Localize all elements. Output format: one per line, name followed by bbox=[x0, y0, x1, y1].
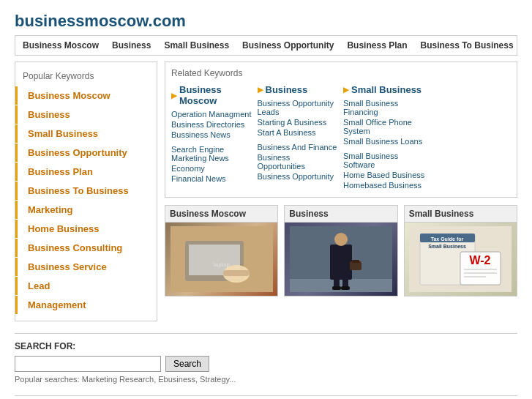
svg-text:Small Business: Small Business bbox=[428, 244, 466, 249]
svg-text:laptop: laptop bbox=[214, 261, 230, 268]
rk-link[interactable]: Small Office Phone System bbox=[343, 118, 425, 135]
rk-link[interactable]: Home Based Business bbox=[343, 171, 425, 179]
svg-rect-7 bbox=[290, 279, 392, 292]
rk-link[interactable]: Starting A Business bbox=[258, 118, 340, 127]
search-row: Search bbox=[15, 356, 517, 372]
search-popular-text: Popular searches: Marketing Research, Eb… bbox=[15, 375, 517, 384]
related-keywords-section: Related Keywords Business Moscow Operati… bbox=[165, 61, 517, 198]
sidebar-item-business-moscow[interactable]: Business Moscow bbox=[15, 86, 157, 105]
small-business-image: Tax Guide for Small Business W-2 bbox=[409, 226, 512, 292]
svg-rect-11 bbox=[352, 260, 359, 263]
business-image bbox=[290, 226, 392, 292]
svg-rect-4 bbox=[223, 270, 250, 276]
svg-text:W-2: W-2 bbox=[470, 254, 491, 266]
related-keywords-grid: Business Moscow Operation Managment Busi… bbox=[171, 84, 511, 191]
sidebar-item-business-to-business[interactable]: Business To Business bbox=[15, 182, 157, 200]
sidebar-item-marketing[interactable]: Marketing bbox=[15, 201, 157, 219]
rk-link[interactable]: Operation Managment bbox=[171, 110, 253, 119]
sidebar-item-lead[interactable]: Lead bbox=[15, 277, 157, 295]
search-button[interactable]: Search bbox=[165, 356, 209, 372]
rk-header-business-moscow: Business Moscow bbox=[171, 84, 253, 106]
rk-link[interactable]: Business Opportunity bbox=[258, 172, 340, 181]
svg-point-9 bbox=[334, 233, 348, 246]
img-card-title-business: Business bbox=[285, 206, 397, 223]
search-section: SEARCH FOR: Search Popular searches: Mar… bbox=[15, 333, 517, 384]
svg-rect-15 bbox=[341, 286, 350, 290]
svg-rect-23 bbox=[464, 269, 497, 270]
rk-link[interactable]: Business Directories bbox=[171, 120, 253, 129]
sidebar-item-business-consulting[interactable]: Business Consulting bbox=[15, 239, 157, 257]
business-moscow-image: laptop bbox=[171, 226, 273, 292]
sidebar-item-business[interactable]: Business bbox=[15, 105, 157, 124]
rk-link[interactable]: Business Opportunities bbox=[258, 153, 340, 171]
content-area: Related Keywords Business Moscow Operati… bbox=[165, 61, 517, 321]
rk-link[interactable]: Start A Business bbox=[258, 128, 340, 137]
img-card-body-small-business: Tax Guide for Small Business W-2 bbox=[405, 223, 517, 296]
img-card-body-business bbox=[285, 223, 397, 296]
site-title: businessmoscow.com bbox=[15, 6, 517, 36]
rk-link[interactable]: Search Engine Marketing News bbox=[171, 145, 253, 163]
img-card-body-business-moscow: laptop bbox=[165, 223, 277, 296]
rk-link[interactable]: Small Business Software bbox=[343, 152, 425, 169]
svg-rect-8 bbox=[330, 245, 352, 280]
svg-rect-14 bbox=[332, 286, 341, 290]
rk-link[interactable]: Small Business Financing bbox=[343, 99, 425, 116]
rk-link[interactable]: Business Opportunity Leads bbox=[258, 99, 340, 116]
rk-col-business-moscow: Business Moscow Operation Managment Busi… bbox=[171, 84, 253, 191]
footer: Copyright © 2011 businessmoscow.com. All… bbox=[15, 395, 517, 399]
rk-col-small-business: Small Business Small Business Financing … bbox=[343, 84, 425, 191]
nav-item-business-plan[interactable]: Business Plan bbox=[347, 40, 407, 51]
sidebar: Popular Keywords Business Moscow Busines… bbox=[15, 61, 157, 321]
related-keywords-title: Related Keywords bbox=[171, 68, 511, 78]
nav-bar: Business Moscow Business Small Business … bbox=[15, 36, 517, 56]
img-card-title-small-business: Small Business bbox=[405, 206, 517, 223]
svg-rect-25 bbox=[464, 276, 486, 277]
img-card-title-business-moscow: Business Moscow bbox=[165, 206, 277, 223]
sidebar-item-small-business[interactable]: Small Business bbox=[15, 124, 157, 143]
sidebar-item-business-plan[interactable]: Business Plan bbox=[15, 163, 157, 181]
main-layout: Popular Keywords Business Moscow Busines… bbox=[15, 61, 517, 321]
img-card-business: Business bbox=[284, 205, 397, 297]
sidebar-item-business-service[interactable]: Business Service bbox=[15, 258, 157, 276]
image-cards-section: Business Moscow laptop bbox=[165, 205, 517, 297]
rk-link[interactable]: Bussiness News bbox=[171, 130, 253, 139]
nav-item-business-moscow[interactable]: Business Moscow bbox=[23, 40, 99, 51]
sidebar-item-management[interactable]: Management bbox=[15, 296, 157, 314]
svg-rect-24 bbox=[464, 272, 497, 274]
rk-link[interactable]: Financial News bbox=[171, 174, 253, 183]
rk-col-business: Business Business Opportunity Leads Star… bbox=[258, 84, 340, 191]
rk-link[interactable]: Business And Finance bbox=[258, 143, 340, 152]
search-input[interactable] bbox=[15, 356, 161, 372]
sidebar-item-business-opportunity[interactable]: Business Opportunity bbox=[15, 143, 157, 162]
nav-item-business-to-business[interactable]: Business To Business bbox=[420, 40, 513, 51]
rk-header-business: Business bbox=[258, 84, 340, 95]
sidebar-title: Popular Keywords bbox=[15, 68, 157, 86]
rk-link[interactable]: Small Business Loans bbox=[343, 137, 425, 146]
svg-text:Tax Guide for: Tax Guide for bbox=[431, 236, 464, 242]
img-card-business-moscow: Business Moscow laptop bbox=[165, 205, 278, 297]
nav-item-business-opportunity[interactable]: Business Opportunity bbox=[242, 40, 334, 51]
nav-item-small-business[interactable]: Small Business bbox=[164, 40, 229, 51]
search-label: SEARCH FOR: bbox=[15, 341, 517, 351]
rk-link[interactable]: Economy bbox=[171, 164, 253, 173]
img-card-small-business: Small Business Tax Guide for Small Busin… bbox=[404, 205, 517, 297]
rk-header-small-business: Small Business bbox=[343, 84, 425, 95]
rk-link[interactable]: Homebased Business bbox=[343, 181, 425, 190]
sidebar-item-home-business[interactable]: Home Business bbox=[15, 220, 157, 238]
nav-item-business[interactable]: Business bbox=[112, 40, 151, 51]
rk-col-empty bbox=[430, 84, 512, 191]
